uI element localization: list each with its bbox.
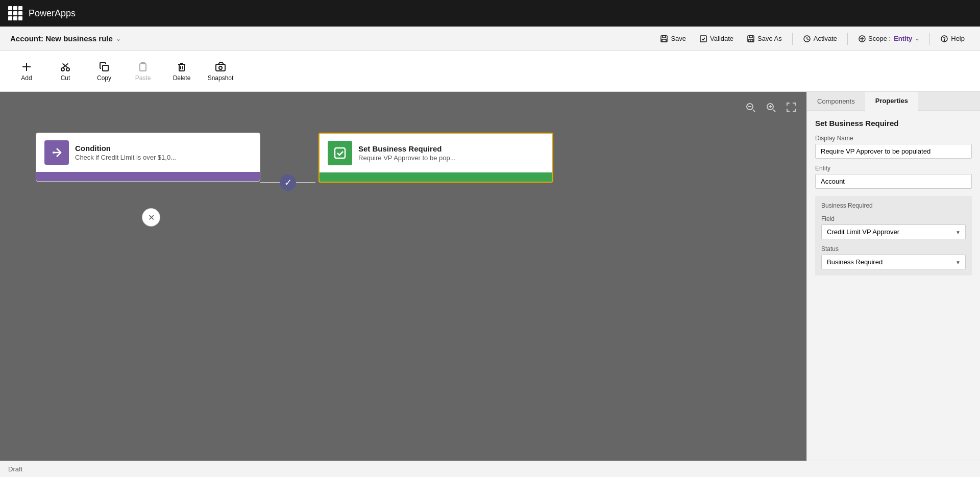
panel-content: Set Business Required Display Name Entit… xyxy=(807,111,980,284)
status-select-wrapper: Business Required Not Business Required … xyxy=(821,255,966,269)
field-select-wrapper: Credit Limit VP Approver xyxy=(821,224,966,239)
waffle-icon[interactable] xyxy=(8,6,22,20)
zoom-out-button[interactable] xyxy=(742,99,758,115)
tab-components[interactable]: Components xyxy=(807,92,865,110)
entity-label: Entity xyxy=(815,165,972,172)
delete-button[interactable]: Delete xyxy=(163,54,200,89)
svg-rect-17 xyxy=(103,65,108,71)
check-circle: ✓ xyxy=(280,174,296,191)
paste-button[interactable]: Paste xyxy=(125,54,161,89)
svg-line-28 xyxy=(773,110,775,112)
divider-1 xyxy=(792,33,793,45)
rule-title: Account: New business rule xyxy=(10,34,113,43)
right-panel: Components Properties Set Business Requi… xyxy=(806,92,980,461)
save-as-button[interactable]: Save As xyxy=(742,33,787,45)
condition-node-subtitle: Check if Credit Limit is over $1,0... xyxy=(75,154,176,161)
condition-node-text: Condition Check if Credit Limit is over … xyxy=(75,144,176,161)
app-name: PowerApps xyxy=(29,8,76,19)
display-name-label: Display Name xyxy=(815,135,972,142)
condition-node-header: Condition Check if Credit Limit is over … xyxy=(36,133,260,172)
condition-node-title: Condition xyxy=(75,144,176,153)
svg-point-31 xyxy=(53,152,55,154)
svg-rect-22 xyxy=(216,64,225,71)
cut-button[interactable]: Cut xyxy=(47,54,84,89)
fit-screen-button[interactable] xyxy=(783,99,799,115)
canvas[interactable]: Condition Check if Credit Limit is over … xyxy=(0,92,806,461)
canvas-controls xyxy=(742,99,799,115)
save-button[interactable]: Save xyxy=(655,33,691,45)
scope-chevron-icon: ⌄ xyxy=(915,36,919,41)
field-select[interactable]: Credit Limit VP Approver xyxy=(821,224,966,239)
svg-line-25 xyxy=(753,110,755,112)
scope-label: Scope : xyxy=(868,35,891,42)
business-required-section: Business Required Field Credit Limit VP … xyxy=(815,196,972,275)
header-left: Account: New business rule ⌄ xyxy=(10,34,121,43)
action-node-title: Set Business Required xyxy=(358,144,456,153)
scope-value: Entity xyxy=(894,35,912,42)
validate-button[interactable]: Validate xyxy=(694,33,739,45)
action-node-text: Set Business Required Require VP Approve… xyxy=(358,144,456,162)
divider-3 xyxy=(929,33,930,45)
action-node-footer xyxy=(320,172,552,182)
svg-rect-18 xyxy=(140,64,146,71)
panel-tabs: Components Properties xyxy=(807,92,980,111)
svg-rect-1 xyxy=(663,36,666,38)
svg-point-23 xyxy=(219,66,222,69)
status-bar: Draft xyxy=(0,461,980,477)
title-chevron-icon[interactable]: ⌄ xyxy=(116,35,121,42)
field-label: Field xyxy=(821,215,966,222)
action-node-header: Set Business Required Require VP Approve… xyxy=(320,134,552,172)
condition-icon-box xyxy=(44,140,69,165)
svg-point-14 xyxy=(66,68,69,71)
tab-properties[interactable]: Properties xyxy=(865,92,918,111)
svg-point-10 xyxy=(944,40,945,41)
svg-rect-19 xyxy=(179,64,184,71)
svg-point-13 xyxy=(61,68,64,71)
divider-2 xyxy=(847,33,848,45)
business-required-label: Business Required xyxy=(821,202,966,209)
connector-line-1 xyxy=(260,182,280,183)
status-select[interactable]: Business Required Not Business Required … xyxy=(821,255,966,269)
status-label: Status xyxy=(821,245,966,253)
svg-rect-5 xyxy=(749,36,752,38)
condition-node[interactable]: Condition Check if Credit Limit is over … xyxy=(36,133,260,182)
connector: ✓ xyxy=(260,174,315,191)
activate-button[interactable]: Activate xyxy=(798,33,842,45)
display-name-input[interactable] xyxy=(815,144,972,159)
snapshot-button[interactable]: Snapshot xyxy=(202,54,239,89)
svg-rect-2 xyxy=(662,39,666,42)
header-bar: Account: New business rule ⌄ Save Valida… xyxy=(0,27,980,51)
add-button[interactable]: Add xyxy=(8,54,45,89)
help-button[interactable]: Help xyxy=(935,33,970,45)
action-node[interactable]: Set Business Required Require VP Approve… xyxy=(318,133,553,183)
delete-connector-button[interactable]: ✕ xyxy=(142,208,160,227)
action-node-subtitle: Require VP Approver to be pop... xyxy=(358,154,456,162)
zoom-in-button[interactable] xyxy=(763,99,779,115)
status-text: Draft xyxy=(8,465,22,473)
action-icon-box xyxy=(328,141,352,165)
scope-button[interactable]: Scope : Entity ⌄ xyxy=(853,33,924,45)
svg-rect-3 xyxy=(700,36,706,42)
top-bar: PowerApps xyxy=(0,0,980,27)
connector-line-2 xyxy=(296,182,315,183)
main-content: Condition Check if Credit Limit is over … xyxy=(0,92,980,461)
header-actions: Save Validate Save As Activate Scope : E… xyxy=(655,33,970,45)
copy-button[interactable]: Copy xyxy=(86,54,122,89)
condition-node-footer xyxy=(36,172,260,181)
svg-rect-32 xyxy=(335,148,345,158)
toolbar: Add Cut Copy Paste Delete Snapshot xyxy=(0,51,980,92)
panel-section-title: Set Business Required xyxy=(815,119,972,128)
entity-input[interactable] xyxy=(815,174,972,189)
